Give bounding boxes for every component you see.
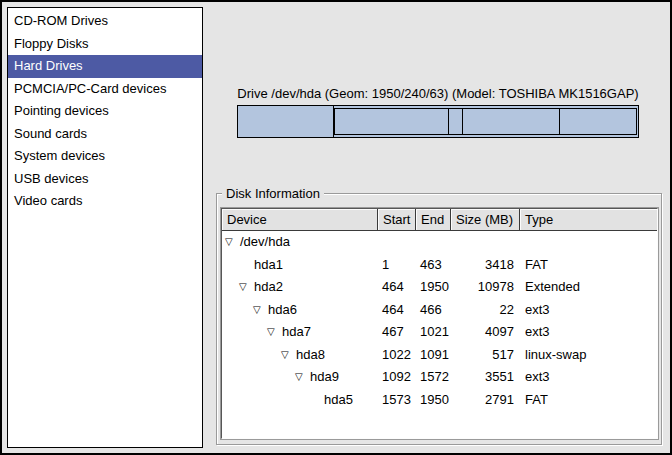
logical-partition-boundary (462, 109, 463, 134)
logical-partition-boundary (559, 109, 560, 134)
sidebar-item-cd-rom-drives[interactable]: CD-ROM Drives (8, 10, 202, 33)
size-cell: 10978 (451, 276, 520, 299)
device-name: hda5 (324, 389, 353, 412)
end-cell (416, 231, 451, 254)
start-cell: 464 (378, 276, 416, 299)
sidebar-item-usb-devices[interactable]: USB devices (8, 168, 202, 191)
table-row-hda1[interactable]: hda114633418FAT (222, 254, 657, 277)
device-cell: ▽/dev/hda (222, 231, 378, 254)
disk-information-groupbox: Disk Information DeviceStartEndSize (MB)… (216, 193, 662, 445)
device-name: hda1 (254, 254, 283, 277)
type-cell: FAT (520, 254, 657, 277)
type-cell: ext3 (520, 366, 657, 389)
start-cell (378, 231, 416, 254)
device-cell: hda5 (222, 389, 378, 412)
device-cell: hda1 (222, 254, 378, 277)
tree-indent (222, 377, 295, 378)
end-cell: 1950 (416, 276, 451, 299)
start-cell: 1022 (378, 344, 416, 367)
type-cell (520, 231, 657, 254)
sidebar-item-system-devices[interactable]: System devices (8, 145, 202, 168)
start-cell: 464 (378, 299, 416, 322)
tree-indent (222, 399, 324, 400)
expander-open-icon[interactable]: ▽ (281, 344, 296, 367)
table-row-hda7[interactable]: ▽hda746710214097ext3 (222, 321, 657, 344)
size-cell: 3551 (451, 366, 520, 389)
type-cell: linux-swap (520, 344, 657, 367)
device-name: hda9 (310, 366, 339, 389)
table-row-hda6[interactable]: ▽hda646446622ext3 (222, 299, 657, 322)
sidebar-item-video-cards[interactable]: Video cards (8, 190, 202, 213)
expander-open-icon[interactable]: ▽ (239, 276, 254, 299)
end-cell: 1950 (416, 389, 451, 412)
type-cell: FAT (520, 389, 657, 412)
type-cell: ext3 (520, 321, 657, 344)
end-cell: 1572 (416, 366, 451, 389)
end-cell: 1021 (416, 321, 451, 344)
column-header-size-mb-[interactable]: Size (MB) (451, 209, 520, 231)
extended-partition-region (334, 108, 637, 135)
type-cell: ext3 (520, 299, 657, 322)
logical-partition-boundary (448, 109, 449, 134)
disk-information-label: Disk Information (222, 185, 324, 202)
sidebar-item-pcmcia-pc-card-devices[interactable]: PCMCIA/PC-Card devices (8, 78, 202, 101)
start-cell: 1573 (378, 389, 416, 412)
end-cell: 1091 (416, 344, 451, 367)
size-cell: 4097 (451, 321, 520, 344)
device-name: hda8 (296, 344, 325, 367)
partition-table-header: DeviceStartEndSize (MB)Type (222, 209, 657, 231)
table-row--dev-hda[interactable]: ▽/dev/hda (222, 231, 657, 254)
sidebar-item-pointing-devices[interactable]: Pointing devices (8, 100, 202, 123)
expander-open-icon[interactable]: ▽ (253, 299, 268, 322)
end-cell: 463 (416, 254, 451, 277)
drive-geometry-label: Drive /dev/hda (Geom: 1950/240/63) (Mode… (237, 86, 639, 101)
expander-open-icon[interactable]: ▽ (225, 231, 240, 254)
size-cell: 3418 (451, 254, 520, 277)
column-header-end[interactable]: End (416, 209, 451, 231)
sidebar-item-floppy-disks[interactable]: Floppy Disks (8, 33, 202, 56)
hardware-browser-window: { "sidebar": { "items": [ { "label": "CD… (0, 0, 672, 455)
partition-layout-bar (237, 105, 639, 138)
device-name: hda2 (254, 276, 283, 299)
device-cell: ▽hda6 (222, 299, 378, 322)
device-name: hda7 (282, 321, 311, 344)
table-row-hda8[interactable]: ▽hda810221091517linux-swap (222, 344, 657, 367)
sidebar-item-sound-cards[interactable]: Sound cards (8, 123, 202, 146)
tree-indent (222, 332, 267, 333)
end-cell: 466 (416, 299, 451, 322)
column-header-device[interactable]: Device (222, 209, 378, 231)
expander-open-icon[interactable]: ▽ (267, 321, 282, 344)
tree-indent (222, 354, 281, 355)
start-cell: 467 (378, 321, 416, 344)
table-row-hda2[interactable]: ▽hda2464195010978Extended (222, 276, 657, 299)
size-cell (451, 231, 520, 254)
start-cell: 1092 (378, 366, 416, 389)
size-cell: 517 (451, 344, 520, 367)
table-row-hda5[interactable]: hda5157319502791FAT (222, 389, 657, 412)
sidebar-item-hard-drives[interactable]: Hard Drives (8, 55, 202, 78)
size-cell: 22 (451, 299, 520, 322)
device-name: /dev/hda (240, 231, 290, 254)
device-cell: ▽hda9 (222, 366, 378, 389)
tree-indent (222, 309, 253, 310)
partition-table-body: ▽/dev/hdahda114633418FAT▽hda246419501097… (222, 231, 657, 411)
device-cell: ▽hda8 (222, 344, 378, 367)
type-cell: Extended (520, 276, 657, 299)
column-header-start[interactable]: Start (378, 209, 416, 231)
start-cell: 1 (378, 254, 416, 277)
device-name: hda6 (268, 299, 297, 322)
device-category-list: CD-ROM DrivesFloppy DisksHard DrivesPCMC… (7, 7, 203, 448)
expander-open-icon[interactable]: ▽ (295, 366, 310, 389)
device-cell: ▽hda2 (222, 276, 378, 299)
column-header-type[interactable]: Type (520, 209, 657, 231)
device-cell: ▽hda7 (222, 321, 378, 344)
table-row-hda9[interactable]: ▽hda9109215723551ext3 (222, 366, 657, 389)
tree-indent (222, 264, 254, 265)
tree-indent (222, 287, 239, 288)
partition-table: DeviceStartEndSize (MB)Type ▽/dev/hdahda… (221, 208, 658, 439)
size-cell: 2791 (451, 389, 520, 412)
